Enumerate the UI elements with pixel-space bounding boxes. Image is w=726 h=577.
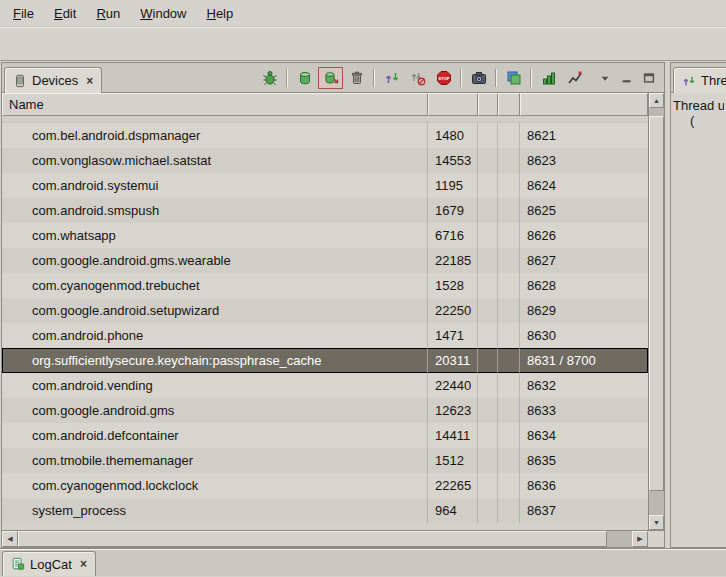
heap-update-icon[interactable]: [292, 67, 317, 89]
cell-name: com.bel.android.dspmanager: [2, 123, 428, 148]
cell-e2: [498, 273, 520, 298]
process-row[interactable]: com.android.systemui11958624: [2, 173, 648, 198]
column-header-1[interactable]: [428, 93, 478, 116]
process-row[interactable]: com.bel.android.dspmanager14808621: [2, 123, 648, 148]
process-row[interactable]: com.cyanogenmod.lockclock222658636: [2, 473, 648, 498]
cell-e2: [498, 298, 520, 323]
process-row[interactable]: com.cyanogenmod.trebuchet15288628: [2, 273, 648, 298]
menu-help[interactable]: Help: [197, 3, 242, 24]
device-table: Name com.bel.android.dspmanager14808621c…: [2, 93, 664, 530]
menu-run[interactable]: Run: [87, 3, 129, 24]
process-row[interactable]: system_process9648637: [2, 498, 648, 523]
cell-e2: [498, 173, 520, 198]
cell-e1: [478, 123, 498, 148]
cell-pid: 22185: [428, 248, 478, 273]
column-header-2[interactable]: [478, 93, 498, 116]
cell-pid: 22250: [428, 298, 478, 323]
cell-e2: [498, 373, 520, 398]
cell-name: org.sufficientlysecure.keychain:passphra…: [2, 348, 428, 373]
cell-port: 8623: [520, 148, 648, 173]
scroll-left-button[interactable]: ◀: [2, 531, 18, 547]
horizontal-scroll-thumb[interactable]: [18, 531, 607, 547]
process-row[interactable]: com.android.defcontainer144118634: [2, 423, 648, 448]
cell-pid: 12623: [428, 398, 478, 423]
cell-pid: 14553: [428, 148, 478, 173]
horizontal-scrollbar[interactable]: ◀ ▶: [2, 531, 648, 547]
gc-trash-icon[interactable]: [344, 67, 369, 89]
cell-port: 8628: [520, 273, 648, 298]
menu-file[interactable]: File: [4, 3, 43, 24]
devices-panel: Devices × STOP Name com.bel.android.dspm…: [1, 62, 665, 548]
cell-e1: [478, 473, 498, 498]
cell-port: 8635: [520, 448, 648, 473]
heap-dump-icon[interactable]: [318, 67, 343, 89]
cell-pid: 20311: [428, 348, 478, 373]
tab-devices[interactable]: Devices ×: [4, 67, 102, 93]
threads-tabbar: Threa: [671, 63, 726, 93]
cell-pid: 22265: [428, 473, 478, 498]
cell-port: 8626: [520, 223, 648, 248]
horizontal-scrollbar-row: ◀ ▶: [2, 530, 664, 547]
thread-update-icon[interactable]: [379, 67, 404, 89]
cell-e1: [478, 398, 498, 423]
scroll-down-button[interactable]: ▼: [649, 515, 664, 530]
process-row[interactable]: com.vonglasow.michael.satstat145538623: [2, 148, 648, 173]
view-menu-chevron-icon[interactable]: [595, 68, 615, 88]
screenshot-camera-icon[interactable]: [466, 67, 491, 89]
horizontal-scroll-track[interactable]: [18, 531, 632, 547]
process-row[interactable]: com.google.android.setupwizard222508629: [2, 298, 648, 323]
application-window: FileEditRunWindowHelp Devices × STOP Nam…: [0, 0, 726, 577]
process-row[interactable]: com.google.android.gms126238633: [2, 398, 648, 423]
cell-e1: [478, 448, 498, 473]
process-row[interactable]: com.tmobile.thememanager15128635: [2, 448, 648, 473]
menu-edit[interactable]: Edit: [45, 3, 85, 24]
cell-name: com.android.smspush: [2, 198, 428, 223]
cell-port: 8621: [520, 123, 648, 148]
vertical-scroll-track[interactable]: [649, 108, 664, 515]
cell-e1: [478, 248, 498, 273]
cell-e1: [478, 223, 498, 248]
thread-stop-icon[interactable]: [405, 67, 430, 89]
scroll-up-button[interactable]: ▲: [649, 93, 664, 108]
column-header-4[interactable]: [520, 93, 648, 116]
column-header-3[interactable]: [498, 93, 520, 116]
process-row[interactable]: org.sufficientlysecure.keychain:passphra…: [2, 348, 648, 373]
scroll-right-button[interactable]: ▶: [632, 531, 648, 547]
devices-tab-icon: [13, 74, 27, 88]
vertical-scrollbar[interactable]: ▲ ▼: [648, 93, 664, 530]
debug-attach-icon[interactable]: [257, 67, 282, 89]
menu-bar: FileEditRunWindowHelp: [0, 0, 726, 27]
cell-name: system_process: [2, 498, 428, 523]
devices-tab-close-icon[interactable]: ×: [86, 74, 93, 88]
cell-pid: 1528: [428, 273, 478, 298]
menu-window[interactable]: Window: [131, 3, 195, 24]
threads-message-line1: Thread up: [673, 98, 724, 113]
tab-logcat[interactable]: LogCat ×: [2, 551, 96, 576]
process-row[interactable]: com.android.smspush16798625: [2, 198, 648, 223]
logcat-tab-label: LogCat: [30, 557, 72, 572]
minimize-view-icon[interactable]: [617, 68, 637, 88]
screen-capture-icon[interactable]: [501, 67, 526, 89]
cell-name: com.tmobile.thememanager: [2, 448, 428, 473]
process-row[interactable]: com.whatsapp67168626: [2, 223, 648, 248]
cell-pid: 14411: [428, 423, 478, 448]
toolbar-separator: [495, 69, 497, 87]
process-row[interactable]: com.android.vending224408632: [2, 373, 648, 398]
process-row[interactable]: com.android.phone14718630: [2, 323, 648, 348]
view-controls: [595, 68, 662, 88]
maximize-view-icon[interactable]: [639, 68, 659, 88]
process-row[interactable]: com.google.android.gms.wearable221858627: [2, 248, 648, 273]
tab-threads[interactable]: Threa: [673, 67, 726, 93]
main-area: Devices × STOP Name com.bel.android.dspm…: [0, 61, 726, 548]
stop-process-icon[interactable]: STOP: [431, 67, 456, 89]
cell-pid: 1471: [428, 323, 478, 348]
logcat-tab-close-icon[interactable]: ×: [80, 557, 87, 571]
cell-port: 8625: [520, 198, 648, 223]
cell-pid: 6716: [428, 223, 478, 248]
cell-port: 8636: [520, 473, 648, 498]
profiling-start-icon[interactable]: [536, 67, 561, 89]
column-header-name[interactable]: Name: [2, 93, 428, 116]
cell-e2: [498, 348, 520, 373]
profiling-stop-icon[interactable]: [562, 67, 587, 89]
vertical-scroll-thumb[interactable]: [649, 116, 664, 490]
